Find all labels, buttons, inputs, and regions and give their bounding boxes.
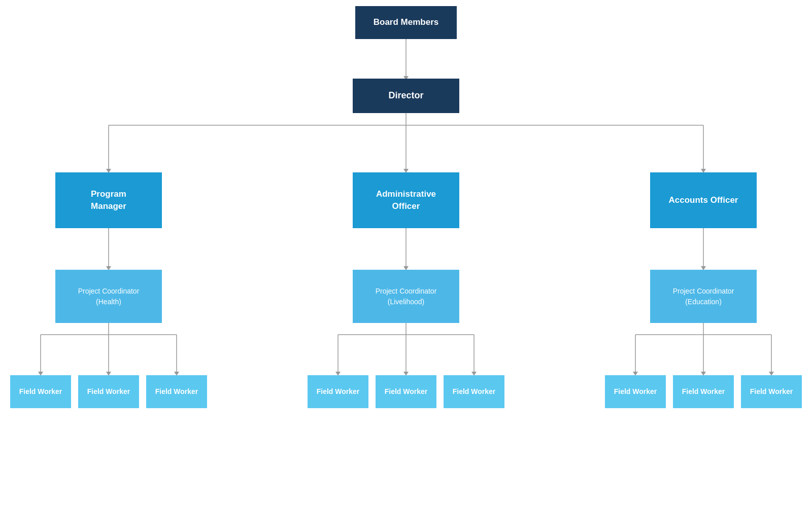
fw-h2-node: Field Worker (78, 375, 139, 408)
pc-health-label: Project Coordinator(Health) (78, 286, 140, 307)
board-members-label: Board Members (374, 17, 438, 28)
fw-e3-node: Field Worker (741, 375, 802, 408)
fw-e3-label: Field Worker (750, 387, 793, 396)
fw-l3-node: Field Worker (444, 375, 504, 408)
fw-e2-node: Field Worker (673, 375, 734, 408)
fw-e1-label: Field Worker (614, 387, 657, 396)
director-label: Director (388, 90, 423, 101)
fw-h1-node: Field Worker (10, 375, 71, 408)
fw-l3-label: Field Worker (453, 387, 496, 396)
fw-e2-label: Field Worker (682, 387, 725, 396)
fw-l1-label: Field Worker (317, 387, 360, 396)
accounts-officer-label: Accounts Officer (669, 194, 738, 206)
admin-officer-label: AdministrativeOfficer (376, 188, 436, 212)
fw-l2-label: Field Worker (385, 387, 428, 396)
pc-education-node: Project Coordinator(Education) (650, 270, 757, 323)
board-members-node: Board Members (355, 6, 457, 39)
fw-l2-node: Field Worker (376, 375, 436, 408)
pc-health-node: Project Coordinator(Health) (55, 270, 162, 323)
program-manager-node: ProgramManager (55, 172, 162, 228)
org-chart: Board Members Director ProgramManager Ad… (0, 0, 812, 505)
admin-officer-node: AdministrativeOfficer (353, 172, 459, 228)
fw-h1-label: Field Worker (19, 387, 62, 396)
fw-e1-node: Field Worker (605, 375, 666, 408)
fw-h3-node: Field Worker (146, 375, 207, 408)
accounts-officer-node: Accounts Officer (650, 172, 757, 228)
fw-l1-node: Field Worker (308, 375, 368, 408)
pc-livelihood-label: Project Coordinator(Livelihood) (376, 286, 437, 307)
program-manager-label: ProgramManager (91, 188, 126, 212)
connector-lines (0, 0, 812, 505)
pc-education-label: Project Coordinator(Education) (673, 286, 734, 307)
pc-livelihood-node: Project Coordinator(Livelihood) (353, 270, 459, 323)
fw-h3-label: Field Worker (155, 387, 198, 396)
fw-h2-label: Field Worker (87, 387, 130, 396)
director-node: Director (353, 79, 459, 113)
